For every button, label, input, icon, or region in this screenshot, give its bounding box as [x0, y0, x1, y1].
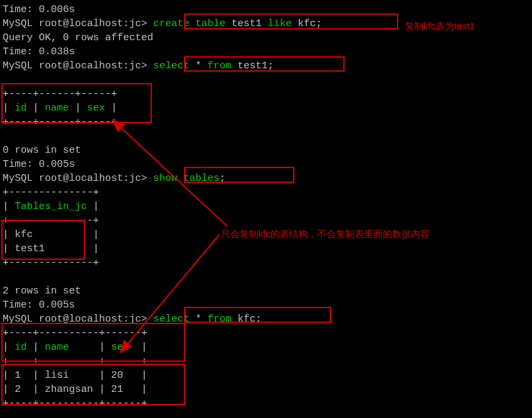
table-sep: +----+----------+------+: [3, 397, 529, 411]
output-line: Time: 0.006s: [3, 3, 529, 17]
table-sep: +--------------+: [3, 214, 529, 228]
output-line: 2 rows in set: [3, 284, 529, 298]
table-sep: +----+------+-----+: [3, 87, 529, 101]
table-row: | test1 |: [3, 242, 529, 256]
table-header: | Tables_in_jc |: [3, 200, 529, 214]
table-sep: +----+------+-----+: [3, 115, 529, 129]
output-line: Time: 0.005s: [3, 157, 529, 171]
output-line: [3, 73, 529, 87]
prompt-line: MySQL root@localhost:jc> select * from t…: [3, 59, 529, 73]
table-sep: +----+----------+------+: [3, 326, 529, 340]
output-line: Time: 0.005s: [3, 298, 529, 312]
table-header: | id | name | sex |: [3, 340, 529, 354]
output-line: 0 rows in set: [3, 143, 529, 157]
prompt-line: MySQL root@localhost:jc> show tables;: [3, 171, 529, 186]
table-sep: +--------------+: [3, 256, 529, 270]
annotation-text: 复制kfc表为test1: [405, 20, 474, 33]
annotation-text: 只会复制kfc的表结构，不会复制表里面的数据内容: [221, 228, 430, 241]
prompt-line: MySQL root@localhost:jc> select * from k…: [3, 312, 529, 326]
table-header: | id | name | sex |: [3, 101, 529, 115]
output-line: Time: 0.038s: [3, 45, 529, 59]
table-row: | 1 | lisi | 20 |: [3, 368, 529, 382]
table-row: | 2 | zhangsan | 21 |: [3, 382, 529, 397]
table-sep: +--------------+: [3, 186, 529, 200]
table-sep: +----+----------+------+: [3, 354, 529, 368]
output-line: [3, 270, 529, 284]
output-line: [3, 129, 529, 143]
